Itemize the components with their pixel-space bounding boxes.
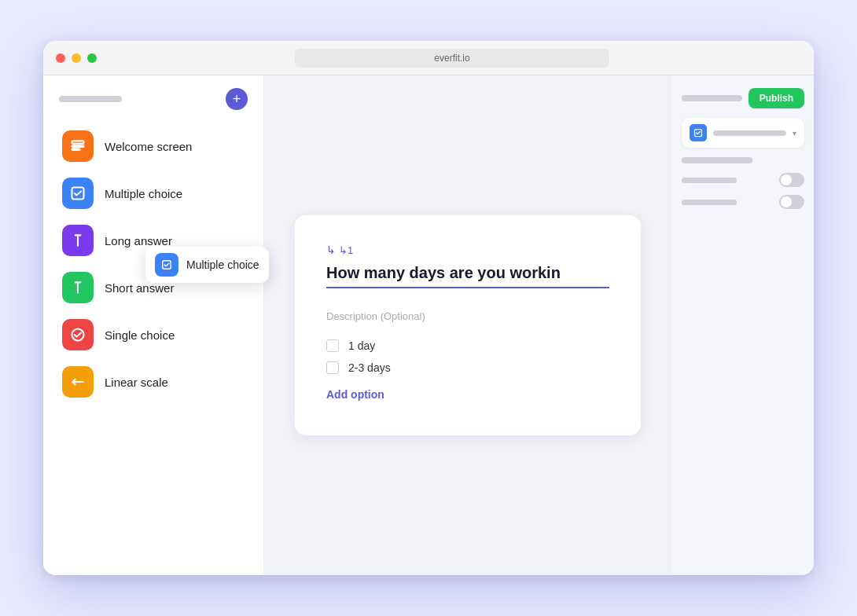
option-checkbox-2[interactable]	[326, 361, 339, 374]
question-number-text: ↳1	[339, 244, 353, 256]
question-number: ↳ ↳1	[326, 244, 609, 256]
question-description[interactable]: Description (Optional)	[326, 310, 609, 322]
add-button[interactable]: +	[226, 88, 248, 110]
toggle-label-1	[682, 178, 737, 183]
single-choice-icon	[62, 319, 94, 350]
main-content: ↳ ↳1 Description (Optional) 1 day 2-3 da…	[263, 75, 672, 575]
option-row-2: 2-3 days	[326, 361, 609, 374]
toggle-row-2	[682, 195, 804, 209]
short-answer-icon	[62, 272, 94, 303]
sidebar-item-label-long: Long answer	[105, 234, 172, 248]
option-text-2: 2-3 days	[348, 361, 391, 374]
sidebar-item-label-short: Short answer	[105, 281, 174, 295]
right-section-bar	[682, 157, 752, 163]
toggle-label-2	[682, 200, 737, 205]
sidebar-item-linear-scale[interactable]: Linear scale	[53, 358, 254, 405]
sidebar-title-bar	[59, 96, 122, 102]
right-panel-header: Publish	[682, 88, 804, 108]
type-selector-icon	[690, 124, 707, 141]
browser-window: everfit.io + Welc	[43, 41, 814, 575]
sidebar-item-label-multiple: Multiple choice	[105, 187, 182, 200]
sidebar-item-multiple-choice[interactable]: Multiple choice	[53, 170, 254, 217]
toggle-row-1	[682, 173, 804, 187]
sidebar-item-label-welcome: Welcome screen	[105, 140, 192, 153]
multiple-choice-icon	[62, 178, 94, 209]
right-header-bar	[682, 95, 742, 101]
welcome-screen-icon	[62, 130, 94, 162]
minimize-dot[interactable]	[72, 53, 81, 63]
sidebar: + Welcome screen	[43, 75, 263, 575]
linear-scale-icon	[62, 366, 94, 398]
option-row-1: 1 day	[326, 339, 609, 352]
close-dot[interactable]	[56, 53, 65, 63]
option-checkbox-1[interactable]	[326, 339, 339, 352]
svg-rect-2	[72, 148, 80, 150]
address-bar[interactable]: everfit.io	[295, 49, 609, 68]
sidebar-header: +	[43, 88, 263, 123]
svg-rect-0	[72, 141, 84, 143]
long-answer-icon	[62, 225, 94, 256]
tooltip-label: Multiple choice	[186, 258, 259, 271]
svg-rect-1	[72, 145, 84, 147]
url-text: everfit.io	[434, 53, 469, 64]
toggle-switch-1[interactable]	[779, 173, 804, 187]
browser-chrome: everfit.io	[43, 41, 814, 75]
option-text-1: 1 day	[348, 339, 375, 352]
arrow-icon: ↳	[326, 244, 336, 256]
publish-button[interactable]: Publish	[748, 88, 804, 108]
type-selector[interactable]: ▾	[682, 118, 804, 148]
question-card: ↳ ↳1 Description (Optional) 1 day 2-3 da…	[295, 215, 641, 435]
tooltip-popup: Multiple choice	[145, 247, 269, 283]
add-option-button[interactable]: Add option	[326, 388, 384, 401]
tooltip-icon	[155, 253, 178, 277]
type-bar	[713, 130, 786, 136]
sidebar-item-welcome-screen[interactable]: Welcome screen	[53, 123, 254, 170]
maximize-dot[interactable]	[87, 53, 97, 63]
right-panel: Publish ▾	[672, 75, 814, 575]
sidebar-item-label-linear: Linear scale	[105, 376, 168, 389]
browser-content: + Welcome screen	[43, 75, 814, 575]
sidebar-item-single-choice[interactable]: Single choice	[53, 311, 254, 358]
toggle-switch-2[interactable]	[779, 195, 804, 209]
chevron-down-icon: ▾	[793, 129, 796, 138]
question-input[interactable]	[326, 264, 609, 288]
sidebar-item-label-single: Single choice	[105, 328, 175, 342]
